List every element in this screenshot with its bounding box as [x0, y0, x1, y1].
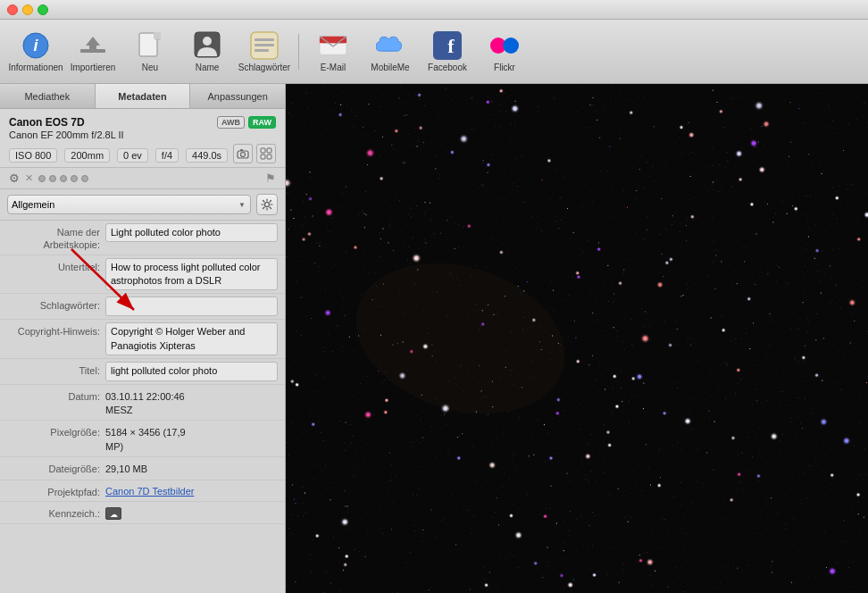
dot-2[interactable]	[49, 175, 56, 182]
badge-awb: AWB	[217, 116, 245, 129]
mobileme-icon	[376, 31, 405, 60]
dot-5[interactable]	[81, 175, 88, 182]
svg-rect-28	[267, 155, 271, 159]
toolbar-separator	[298, 34, 299, 70]
metadata-scroll[interactable]: Name der Arbeitskopie: Light polluted co…	[0, 221, 285, 593]
meta-row-titel: Titel: light polluted color photo	[0, 359, 285, 384]
toolbar-item-flickr[interactable]: Flickr	[478, 25, 531, 79]
meta-value-subtitle[interactable]: How to process light polluted color astr…	[105, 258, 278, 291]
svg-rect-27	[261, 155, 265, 159]
camera-lens: Canon EF 200mm f/2.8L II	[9, 129, 124, 140]
svg-rect-24	[240, 149, 243, 151]
gear-button[interactable]	[256, 194, 278, 215]
svg-rect-12	[255, 38, 274, 41]
meta-value-titel[interactable]: light polluted color photo	[105, 362, 278, 380]
meta-row-copyright: Copyright-Hinweis: Copyright © Holger We…	[0, 320, 285, 359]
meta-row-filesize: Dateigröße: 29,10 MB	[0, 457, 285, 480]
spec-icons	[233, 144, 276, 163]
main-content: Mediathek Metadaten Anpassungen Canon EO…	[0, 84, 868, 593]
meta-value-tags[interactable]	[105, 296, 278, 316]
category-dropdown[interactable]: Allgemein EXIF IPTC GPS Alle	[7, 195, 251, 214]
meta-label-project: Projektpfad:	[7, 483, 105, 498]
meta-label-label: Kennzeich.:	[7, 505, 105, 520]
toolbar-item-facebook[interactable]: f Facebook	[421, 25, 474, 79]
toolbar-item-name[interactable]: Name	[180, 25, 234, 79]
toolbar-label-new: Neu	[142, 63, 158, 72]
meta-value-name[interactable]: Light polluted color photo	[105, 223, 278, 242]
import-icon	[79, 31, 107, 60]
email-icon	[319, 31, 347, 60]
maximize-button[interactable]	[38, 4, 48, 15]
svg-rect-14	[255, 49, 269, 52]
meta-value-copyright[interactable]: Copyright © Holger Weber and Panagiotis …	[105, 322, 278, 355]
star-field	[286, 84, 868, 593]
meta-value-filesize: 29,10 MB	[105, 460, 278, 476]
badge-raw: RAW	[248, 116, 276, 129]
meta-label-filesize: Dateigröße:	[7, 460, 105, 475]
meta-label-name: Name der Arbeitskopie:	[7, 223, 105, 252]
meta-label-datum: Datum:	[7, 388, 105, 403]
spec-shutter: 449.0s	[186, 148, 228, 163]
meta-row-name: Name der Arbeitskopie: Light polluted co…	[0, 221, 285, 255]
dot-4[interactable]	[71, 175, 78, 182]
camera-icon-btn[interactable]	[233, 144, 253, 163]
toolbar-label-mobileme: MobileMe	[371, 63, 409, 72]
toolbar-item-info[interactable]: i Informationen	[9, 25, 63, 79]
meta-row-label: Kennzeich.: ☁	[0, 502, 285, 524]
svg-point-23	[241, 153, 246, 157]
toolbar-item-mobileme[interactable]: MobileMe	[363, 25, 417, 79]
meta-label-tags: Schlagwörter:	[7, 296, 105, 312]
meta-label-subtitle: Untertitel:	[7, 258, 105, 273]
meta-value-project[interactable]: Canon 7D Testbilder	[105, 483, 278, 497]
spec-focal: 200mm	[64, 148, 110, 163]
tabs: Mediathek Metadaten Anpassungen	[0, 84, 285, 109]
svg-rect-2	[80, 49, 105, 53]
toolbar: i Informationen Importieren Neu	[0, 20, 868, 84]
toolbar-item-tags[interactable]: Schlagwörter	[238, 25, 291, 79]
toolbar-label-flickr: Flickr	[494, 63, 515, 72]
svg-rect-25	[261, 148, 265, 153]
toolbar-item-new[interactable]: Neu	[123, 25, 177, 79]
meta-value-label: ☁	[105, 505, 278, 521]
toolbar-label-info: Informationen	[8, 63, 63, 72]
settings-icon[interactable]: ⚙	[9, 171, 20, 185]
rating-bar: ⚙ ✕ ⚑	[0, 168, 285, 189]
spec-iso: ISO 800	[9, 148, 57, 163]
tab-metadaten[interactable]: Metadaten	[96, 84, 191, 108]
meta-row-tags: Schlagwörter:	[0, 294, 285, 320]
facebook-icon: f	[433, 31, 462, 60]
camera-info: Canon EOS 7D Canon EF 200mm f/2.8L II AW…	[0, 109, 285, 168]
reject-icon[interactable]: ✕	[25, 172, 33, 184]
toolbar-label-import: Importieren	[71, 63, 116, 72]
meta-row-project: Projektpfad: Canon 7D Testbilder	[0, 480, 285, 502]
dot-1[interactable]	[38, 175, 46, 182]
svg-rect-17	[320, 40, 346, 43]
flickr-icon	[490, 31, 519, 60]
right-panel	[286, 84, 868, 593]
minimize-button[interactable]	[22, 4, 33, 15]
tab-mediathek[interactable]: Mediathek	[0, 84, 96, 108]
meta-label-titel: Titel:	[7, 362, 105, 377]
camera-specs: ISO 800 200mm 0 ev f/4 449.0s	[9, 148, 228, 163]
title-bar	[0, 0, 868, 20]
category-dropdown-wrapper: Allgemein EXIF IPTC GPS Alle ▼	[7, 195, 251, 214]
close-button[interactable]	[7, 4, 18, 15]
grid-icon-btn[interactable]	[256, 144, 276, 163]
svg-point-10	[203, 37, 212, 46]
flag-icon[interactable]: ⚑	[265, 171, 276, 185]
toolbar-item-import[interactable]: Importieren	[66, 25, 120, 79]
info-icon: i	[21, 31, 50, 60]
toolbar-item-email[interactable]: E-Mail	[306, 25, 360, 79]
meta-row-pixelsize: Pixelgröße: 5184 × 3456 (17,9MP)	[0, 421, 285, 457]
svg-point-29	[265, 203, 270, 207]
svg-rect-26	[267, 148, 271, 153]
camera-badges: AWB RAW	[217, 116, 276, 129]
dot-3[interactable]	[60, 175, 67, 182]
svg-marker-3	[86, 37, 100, 49]
tags-icon	[250, 31, 279, 60]
person-icon	[193, 31, 221, 60]
spec-ev: 0 ev	[117, 148, 148, 163]
tab-anpassungen[interactable]: Anpassungen	[190, 84, 285, 108]
meta-row-subtitle: Untertitel: How to process light pollute…	[0, 255, 285, 295]
spec-aperture: f/4	[155, 148, 179, 163]
